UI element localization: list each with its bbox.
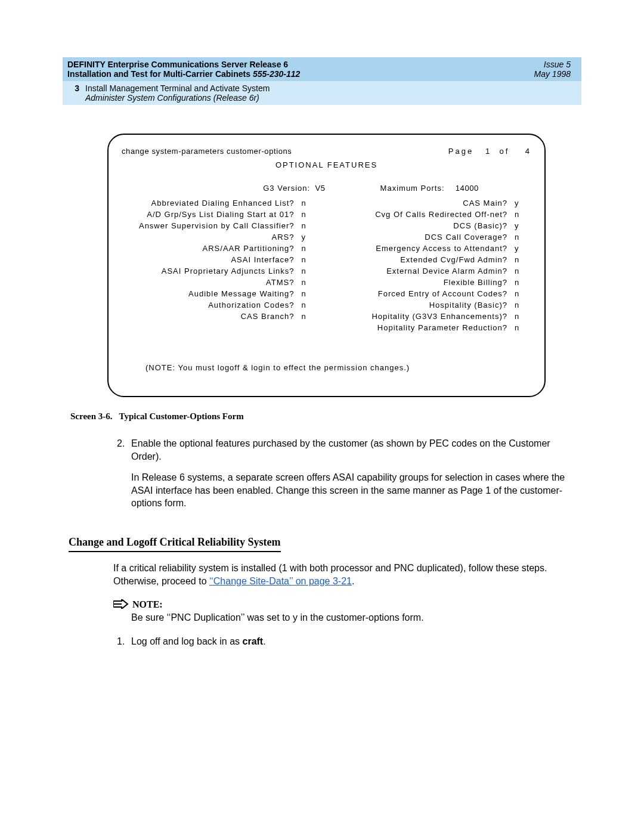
cross-ref-link[interactable]: ‘‘Change Site-Data’’ on page 3-21 bbox=[209, 576, 352, 586]
field-label: Answer Supervision by Call Classifier? bbox=[139, 221, 295, 230]
step-2-p1: Enable the optional features purchased b… bbox=[131, 438, 550, 462]
terminal-field: ATMS?n bbox=[122, 278, 318, 287]
terminal-page-indicator: Page 1 of 4 bbox=[448, 147, 531, 156]
field-value: n bbox=[507, 233, 531, 241]
field-value: n bbox=[295, 244, 318, 253]
running-header-bar2: 3 Install Management Terminal and Activa… bbox=[63, 81, 581, 105]
field-value: n bbox=[295, 267, 318, 275]
terminal-right-col: CAS Main?yCvg Of Calls Redirected Off-ne… bbox=[335, 196, 532, 335]
terminal-field: Answer Supervision by Call Classifier?n bbox=[122, 221, 318, 230]
terminal-field: ASAI Proprietary Adjuncts Links?n bbox=[122, 267, 318, 275]
terminal-command: change system-parameters customer-option… bbox=[122, 147, 448, 156]
terminal-field: Hospitality (Basic)?n bbox=[335, 301, 532, 309]
field-value: y bbox=[507, 221, 531, 230]
field-value: n bbox=[507, 278, 531, 287]
terminal-footer-note: (NOTE: You must logoff & login to effect… bbox=[145, 363, 531, 372]
field-label: ASAI Interface? bbox=[231, 255, 294, 264]
terminal-left-col: Abbreviated Dialing Enhanced List?nA/D G… bbox=[122, 196, 318, 335]
field-label: CAS Main? bbox=[463, 199, 507, 208]
field-label: Hopitality Parameter Reduction? bbox=[377, 323, 507, 332]
doc-title-line2: Installation and Test for Multi-Carrier … bbox=[67, 69, 534, 79]
note-text-a: Be sure ‘‘PNC Duplication’’ bbox=[131, 612, 244, 623]
chapter-number: 3 bbox=[67, 83, 79, 103]
terminal-field: CAS Branch?n bbox=[122, 312, 318, 321]
field-value: n bbox=[507, 255, 531, 264]
g3-version-label: G3 Version: bbox=[263, 184, 310, 193]
note-arrow-icon bbox=[113, 597, 129, 612]
field-value: n bbox=[295, 255, 318, 264]
field-label: DCS (Basic)? bbox=[453, 221, 507, 230]
chapter-texts: Install Management Terminal and Activate… bbox=[85, 83, 270, 103]
doc-number: 555-230-112 bbox=[253, 69, 300, 79]
terminal-field: ARS?y bbox=[122, 233, 318, 241]
field-label: Hospitality (Basic)? bbox=[429, 301, 507, 309]
note-label: NOTE: bbox=[132, 599, 163, 610]
terminal-field: Authorization Codes?n bbox=[122, 301, 318, 309]
max-ports-value: 14000 bbox=[447, 184, 479, 193]
field-value: n bbox=[295, 301, 318, 309]
field-label: Abbreviated Dialing Enhanced List? bbox=[151, 199, 295, 208]
note-text-b: was set to y in the customer-options for… bbox=[244, 612, 424, 623]
step-1-text-c: . bbox=[263, 636, 265, 646]
step-number: 2. bbox=[117, 437, 131, 450]
step-2-p2: In Release 6 systems, a separate screen … bbox=[131, 471, 581, 510]
chapter-title: Install Management Terminal and Activate… bbox=[85, 83, 270, 93]
terminal-field: Flexible Billing?n bbox=[335, 278, 532, 287]
terminal-info-row: G3 Version: V5 Maximum Ports: 14000 bbox=[122, 184, 531, 193]
terminal-field: Hopitality Parameter Reduction?n bbox=[335, 323, 532, 332]
terminal-field: Hopitality (G3V3 Enhancements)?n bbox=[335, 312, 532, 321]
field-value: n bbox=[507, 301, 531, 309]
terminal-field: ASAI Interface?n bbox=[122, 255, 318, 264]
field-label: External Device Alarm Admin? bbox=[386, 267, 507, 275]
header-left: DEFINITY Enterprise Communications Serve… bbox=[67, 60, 534, 79]
page: DEFINITY Enterprise Communications Serve… bbox=[0, 57, 644, 647]
field-value: y bbox=[507, 244, 531, 253]
step-1-craft: craft bbox=[243, 636, 264, 646]
field-value: n bbox=[295, 210, 318, 219]
terminal-field: Emergency Access to Attendant?y bbox=[335, 244, 532, 253]
figure-caption: Screen 3-6. Typical Customer-Options For… bbox=[70, 411, 644, 422]
field-label: Flexible Billing? bbox=[444, 278, 507, 287]
field-value: n bbox=[295, 312, 318, 321]
note-body: Be sure ‘‘PNC Duplication’’ was set to y… bbox=[131, 612, 581, 623]
field-value: y bbox=[507, 199, 531, 208]
field-value: n bbox=[507, 210, 531, 219]
field-label: ASAI Proprietary Adjuncts Links? bbox=[162, 267, 295, 275]
terminal-field: Audible Message Waiting?n bbox=[122, 289, 318, 298]
field-value: n bbox=[295, 289, 318, 298]
step-2: 2.Enable the optional features purchased… bbox=[131, 437, 581, 463]
terminal-field: Extended Cvg/Fwd Admin?n bbox=[335, 255, 532, 264]
terminal-field: Forced Entry of Account Codes?n bbox=[335, 289, 532, 298]
terminal-field: CAS Main?y bbox=[335, 199, 532, 208]
field-label: ARS? bbox=[272, 233, 295, 241]
doc-title-line1: DEFINITY Enterprise Communications Serve… bbox=[67, 60, 534, 69]
field-label: ATMS? bbox=[266, 278, 294, 287]
field-label: DCS Call Coverage? bbox=[425, 233, 507, 241]
field-value: n bbox=[295, 199, 318, 208]
field-value: n bbox=[507, 323, 531, 332]
field-value: n bbox=[507, 312, 531, 321]
terminal-field: DCS (Basic)?y bbox=[335, 221, 532, 230]
terminal-field: External Device Alarm Admin?n bbox=[335, 267, 532, 275]
terminal-field: DCS Call Coverage?n bbox=[335, 233, 532, 241]
field-label: CAS Branch? bbox=[241, 312, 295, 321]
step-1-text-a: Log off and log back in as bbox=[131, 636, 243, 646]
max-ports-label: Maximum Ports: bbox=[380, 184, 445, 193]
doc-title-2a: Installation and Test for Multi-Carrier … bbox=[67, 69, 253, 79]
field-label: Forced Entry of Account Codes? bbox=[378, 289, 507, 298]
field-label: Emergency Access to Attendant? bbox=[376, 244, 507, 253]
terminal-field: A/D Grp/Sys List Dialing Start at 01?n bbox=[122, 210, 318, 219]
field-value: n bbox=[295, 221, 318, 230]
note-block: NOTE: bbox=[113, 596, 581, 611]
issue-date: May 1998 bbox=[534, 69, 571, 79]
caption-label: Screen 3-6. bbox=[70, 411, 113, 421]
field-label: Extended Cvg/Fwd Admin? bbox=[400, 255, 507, 264]
section-heading: Change and Logoff Critical Reliability S… bbox=[69, 536, 281, 552]
terminal-screen: change system-parameters customer-option… bbox=[107, 134, 546, 397]
terminal-section-title: OPTIONAL FEATURES bbox=[122, 160, 531, 169]
section-intro-para: If a critical reliability system is inst… bbox=[113, 562, 581, 587]
terminal-field: ARS/AAR Partitioning?n bbox=[122, 244, 318, 253]
terminal-field: Abbreviated Dialing Enhanced List?n bbox=[122, 199, 318, 208]
field-value: n bbox=[507, 267, 531, 275]
terminal-top-row: change system-parameters customer-option… bbox=[122, 147, 531, 156]
